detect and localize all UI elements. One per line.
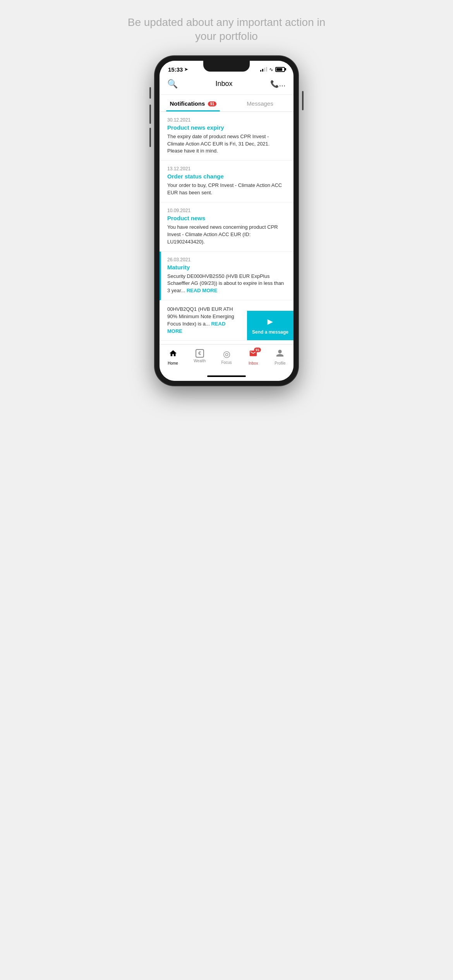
notif-date: 30.12.2021 (167, 117, 286, 123)
notif-date: 13.12.2021 (167, 166, 286, 171)
focus-icon: ◎ (223, 349, 230, 359)
search-icon[interactable]: 🔍 (167, 79, 178, 89)
inbox-icon: 91 (249, 349, 258, 360)
notif-body: You have received news concerning produc… (167, 224, 286, 246)
phone-screen: 15:33 ➤ ∿ 🔍 Inbox 📞… (160, 61, 293, 381)
notch (203, 61, 250, 72)
page-wrapper: Be updated about any important action in… (113, 0, 340, 401)
tab-notifications-badge: 91 (208, 101, 216, 106)
status-time: 15:33 ➤ (168, 66, 188, 73)
home-icon (169, 349, 177, 360)
nav-profile-label: Profile (275, 361, 285, 365)
notif-body-text: Security DE000HVB2S50 (HVB EUR ExpPlus S… (167, 273, 284, 294)
nav-profile[interactable]: Profile (267, 348, 293, 365)
list-item[interactable]: 00HVB2QQ1 (HVB EUR ATH 90% Minimum Note … (160, 300, 293, 341)
home-bar (207, 375, 246, 377)
notif-body: Security DE000HVB2S50 (HVB EUR ExpPlus S… (167, 273, 286, 295)
nav-inbox[interactable]: 91 Inbox (240, 348, 267, 365)
send-message-label: Send a message (252, 329, 288, 335)
notif-body: 00HVB2QQ1 (HVB EUR ATH 90% Minimum Note … (167, 306, 239, 335)
tagline: Be updated about any important action in… (113, 15, 340, 44)
header-title: Inbox (215, 80, 232, 88)
list-item[interactable]: 13.12.2021 Order status change Your orde… (160, 161, 293, 202)
send-icon: ► (266, 316, 275, 327)
wealth-icon: € (196, 349, 204, 358)
nav-wealth[interactable]: € Wealth (186, 348, 213, 365)
list-item[interactable]: 30.12.2021 Product news expiry The expir… (160, 112, 293, 161)
tab-notifications[interactable]: Notifications 91 (160, 95, 226, 111)
list-item[interactable]: 26.03.2021 Maturity Security DE000HVB2S5… (160, 252, 293, 301)
home-indicator (160, 373, 293, 381)
read-more-link[interactable]: READ MORE (187, 288, 217, 293)
notif-body: The expiry date of product news CPR Inve… (167, 133, 286, 155)
list-item[interactable]: 10.09.2021 Product news You have receive… (160, 202, 293, 252)
notif-body: Your order to buy, CPR Invest - Climate … (167, 182, 286, 197)
tab-messages[interactable]: Messages (226, 95, 293, 111)
mute-button (149, 87, 151, 99)
nav-home-label: Home (168, 361, 178, 365)
time-display: 15:33 (168, 66, 183, 73)
list-item[interactable]: 26.03.2021 Maturity Security DE000HVB16Y… (160, 341, 293, 344)
nav-wealth-label: Wealth (194, 359, 206, 363)
status-bar: 15:33 ➤ ∿ (160, 61, 293, 75)
nav-home[interactable]: Home (160, 348, 186, 365)
tab-notifications-label: Notifications (170, 100, 205, 107)
signal-icon (260, 67, 267, 72)
battery-icon (275, 67, 285, 72)
location-icon: ➤ (184, 67, 188, 72)
wifi-icon: ∿ (269, 67, 273, 72)
tabs-bar: Notifications 91 Messages (160, 95, 293, 112)
notif-date: 10.09.2021 (167, 208, 286, 213)
nav-focus-label: Focus (221, 360, 232, 365)
notif-title: Product news expiry (167, 124, 286, 131)
send-message-button[interactable]: ► Send a message (247, 311, 293, 340)
notifications-list: 30.12.2021 Product news expiry The expir… (160, 112, 293, 344)
phone-frame: 15:33 ➤ ∿ 🔍 Inbox 📞… (155, 56, 298, 385)
phone-icon[interactable]: 📞… (270, 80, 286, 88)
power-button (302, 91, 304, 110)
inbox-badge: 91 (254, 348, 261, 352)
app-header: 🔍 Inbox 📞… (160, 75, 293, 95)
volume-down-button (149, 128, 151, 147)
volume-up-button (149, 105, 151, 124)
notif-title: Maturity (167, 264, 286, 271)
notif-title: Product news (167, 215, 286, 221)
status-icons: ∿ (260, 67, 285, 72)
notif-date: 26.03.2021 (167, 257, 286, 262)
nav-focus[interactable]: ◎ Focus (213, 348, 240, 365)
profile-icon (276, 349, 284, 360)
bottom-nav: Home € Wealth ◎ Focus 91 Inbox (160, 344, 293, 373)
notif-title: Order status change (167, 173, 286, 180)
nav-inbox-label: Inbox (249, 361, 258, 365)
tab-messages-label: Messages (247, 100, 273, 107)
